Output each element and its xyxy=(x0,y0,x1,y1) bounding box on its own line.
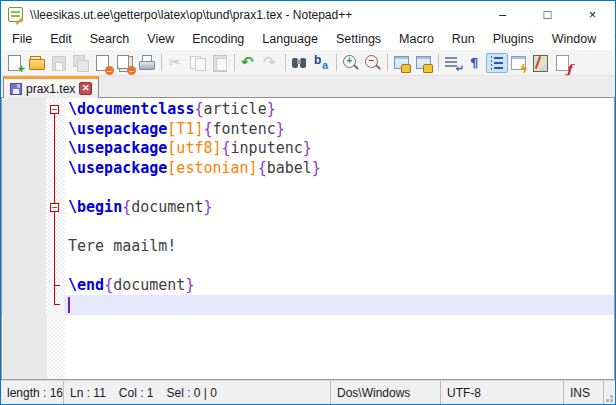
zoom-out-icon[interactable] xyxy=(362,53,384,73)
save-all-icon xyxy=(70,53,92,73)
editor-line[interactable]: 9 xyxy=(2,256,614,276)
code-text[interactable]: \usepackage[T1]{fontenc} xyxy=(64,120,614,140)
resize-grip[interactable] xyxy=(610,399,613,402)
editor-line[interactable]: 10\end{document} xyxy=(2,276,614,296)
menu-item-help[interactable]: ? xyxy=(605,30,616,48)
code-segment: { xyxy=(122,198,131,216)
menu-item-file[interactable]: File xyxy=(3,30,41,48)
menu-item-encoding[interactable]: Encoding xyxy=(183,30,253,48)
code-segment: article xyxy=(203,100,266,118)
editor-line[interactable]: 6\begin{document} xyxy=(2,198,614,218)
status-insert-mode[interactable]: INS xyxy=(564,381,604,404)
open-file-icon[interactable] xyxy=(26,53,48,73)
status-eol-format[interactable]: Dos\Windows xyxy=(331,381,441,404)
code-segment: [utf8] xyxy=(167,139,221,157)
editor-line[interactable]: 5 xyxy=(2,178,614,198)
tab-label: prax1.tex xyxy=(26,82,75,96)
notepad-plus-plus-icon xyxy=(8,7,23,22)
toolbar-separator xyxy=(387,54,388,71)
text-caret xyxy=(68,297,70,313)
find-icon[interactable] xyxy=(289,53,311,73)
code-segment: [estonian] xyxy=(167,159,257,177)
close-file-icon[interactable] xyxy=(92,53,114,73)
toolbar-separator xyxy=(438,54,439,71)
fold-marker xyxy=(46,178,64,198)
code-segment: \begin xyxy=(68,198,122,216)
editor-line[interactable]: 1\documentclass{article} xyxy=(2,100,614,120)
zoom-in-icon[interactable] xyxy=(340,53,362,73)
fold-collapse-box-icon[interactable] xyxy=(50,203,59,212)
code-segment: \usepackage xyxy=(68,120,167,138)
fold-marker[interactable] xyxy=(46,198,64,218)
menu-item-edit[interactable]: Edit xyxy=(41,30,81,48)
close-all-icon[interactable] xyxy=(114,53,136,73)
menu-item-run[interactable]: Run xyxy=(443,30,484,48)
menu-bar: FileEditSearchViewEncodingLanguageSettin… xyxy=(1,28,615,50)
menu-item-window[interactable]: Window xyxy=(543,30,605,48)
code-text[interactable]: \documentclass{article} xyxy=(64,100,614,120)
editor-line[interactable]: 11 xyxy=(2,295,614,315)
maximize-button[interactable]: □ xyxy=(525,1,570,28)
close-button[interactable]: × xyxy=(570,1,615,28)
sync-vertical-icon[interactable] xyxy=(391,53,413,73)
sync-horizontal-icon[interactable] xyxy=(413,53,435,73)
code-segment: \documentclass xyxy=(68,100,194,118)
print-icon[interactable] xyxy=(136,53,158,73)
status-cursor-position: Ln : 11 Col : 1 Sel : 0 | 0 xyxy=(64,381,331,404)
redo-icon xyxy=(260,53,282,73)
show-indent-guide-icon[interactable] xyxy=(486,53,508,73)
show-all-characters-icon[interactable] xyxy=(464,53,486,73)
code-segment: { xyxy=(104,276,113,294)
code-segment: { xyxy=(203,120,212,138)
editor-line[interactable]: 3\usepackage[utf8]{inputenc} xyxy=(2,139,614,159)
menu-item-macro[interactable]: Macro xyxy=(390,30,443,48)
notepad-plus-plus-window: { "window": { "title": "\\\\leesikas.ut.… xyxy=(0,0,616,405)
replace-icon[interactable] xyxy=(311,53,333,73)
code-text[interactable] xyxy=(64,295,614,315)
user-defined-language-icon[interactable] xyxy=(508,53,530,73)
editor-line[interactable]: 2\usepackage[T1]{fontenc} xyxy=(2,120,614,140)
undo-icon[interactable] xyxy=(238,53,260,73)
status-encoding[interactable]: UTF-8 xyxy=(441,381,564,404)
document-map-icon[interactable] xyxy=(530,53,552,73)
editor-line[interactable]: 8Tere maailm! xyxy=(2,237,614,257)
menu-item-view[interactable]: View xyxy=(138,30,183,48)
menu-item-language[interactable]: Language xyxy=(253,30,327,48)
tab-prax1-tex[interactable]: prax1.tex ✕ xyxy=(3,76,99,98)
fold-marker xyxy=(46,120,64,140)
fold-marker xyxy=(46,295,64,315)
minimize-button[interactable]: – xyxy=(480,1,525,28)
code-segment: } xyxy=(276,120,285,138)
code-text[interactable] xyxy=(64,217,614,237)
menu-item-plugins[interactable]: Plugins xyxy=(484,30,543,48)
new-file-icon[interactable] xyxy=(4,53,26,73)
editor-area[interactable]: 1\documentclass{article}2\usepackage[T1]… xyxy=(1,98,615,380)
cut-icon xyxy=(165,53,187,73)
tab-bar: prax1.tex ✕ xyxy=(1,76,615,98)
fold-marker[interactable] xyxy=(46,100,64,120)
editor-line[interactable]: 4\usepackage[estonian]{babel} xyxy=(2,159,614,179)
window-title: \\leesikas.ut.ee\getterpo\latex\op\tund\… xyxy=(30,8,352,22)
code-text[interactable]: \end{document} xyxy=(64,276,614,296)
menu-item-settings[interactable]: Settings xyxy=(327,30,390,48)
editor-line[interactable]: 7 xyxy=(2,217,614,237)
code-text[interactable]: \usepackage[utf8]{inputenc} xyxy=(64,139,614,159)
status-line: Ln : 11 xyxy=(70,386,106,400)
saved-file-icon xyxy=(10,83,22,95)
status-selection: Sel : 0 | 0 xyxy=(167,386,217,400)
code-text[interactable] xyxy=(64,178,614,198)
copy-icon xyxy=(187,53,209,73)
word-wrap-icon[interactable] xyxy=(442,53,464,73)
code-text[interactable]: \begin{document} xyxy=(64,198,614,218)
menu-item-search[interactable]: Search xyxy=(81,30,139,48)
code-text[interactable]: \usepackage[estonian]{babel} xyxy=(64,159,614,179)
tab-close-icon[interactable]: ✕ xyxy=(79,82,92,95)
title-bar: \\leesikas.ut.ee\getterpo\latex\op\tund\… xyxy=(1,1,615,28)
function-list-icon[interactable] xyxy=(552,53,574,73)
code-text[interactable]: Tere maailm! xyxy=(64,237,614,257)
code-segment: } xyxy=(312,159,321,177)
status-doc-length: length : 165 xyxy=(1,381,64,404)
fold-collapse-box-icon[interactable] xyxy=(50,105,59,114)
fold-marker xyxy=(46,217,64,237)
code-text[interactable] xyxy=(64,256,614,276)
